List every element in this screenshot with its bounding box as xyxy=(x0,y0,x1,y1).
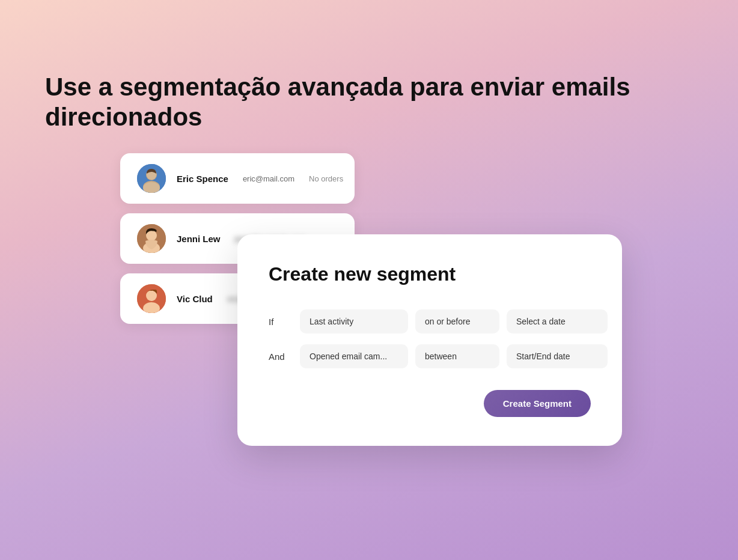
user-card-eric: Eric Spence eric@mail.com No orders xyxy=(120,153,355,204)
eric-status: No orders xyxy=(309,174,343,183)
jenni-name: Jenni Lew xyxy=(177,234,221,244)
avatar-eric xyxy=(137,164,166,193)
vic-name: Vic Clud xyxy=(177,294,213,304)
page-title: Use a segmentação avançada para enviar e… xyxy=(45,72,693,133)
eric-email: eric@mail.com xyxy=(243,174,294,183)
segment-modal: Create new segment If And Create Segment xyxy=(237,234,622,446)
create-segment-button[interactable]: Create Segment xyxy=(484,390,591,417)
eric-info: Eric Spence eric@mail.com No orders xyxy=(177,174,343,184)
value-field-and[interactable] xyxy=(507,344,608,368)
form-rows: If And xyxy=(269,309,591,368)
eric-name: Eric Spence xyxy=(177,174,228,184)
form-row-if: If xyxy=(269,309,591,333)
row-label-and: And xyxy=(269,352,293,362)
condition-field-if[interactable] xyxy=(300,309,408,333)
form-row-and: And xyxy=(269,344,591,368)
value-field-if[interactable] xyxy=(507,309,608,333)
condition-field-and[interactable] xyxy=(300,344,408,368)
modal-title: Create new segment xyxy=(269,263,591,285)
row-label-if: If xyxy=(269,317,293,327)
avatar-vic xyxy=(137,284,166,313)
operator-field-if[interactable] xyxy=(415,309,499,333)
operator-field-and[interactable] xyxy=(415,344,499,368)
avatar-jenni xyxy=(137,224,166,253)
